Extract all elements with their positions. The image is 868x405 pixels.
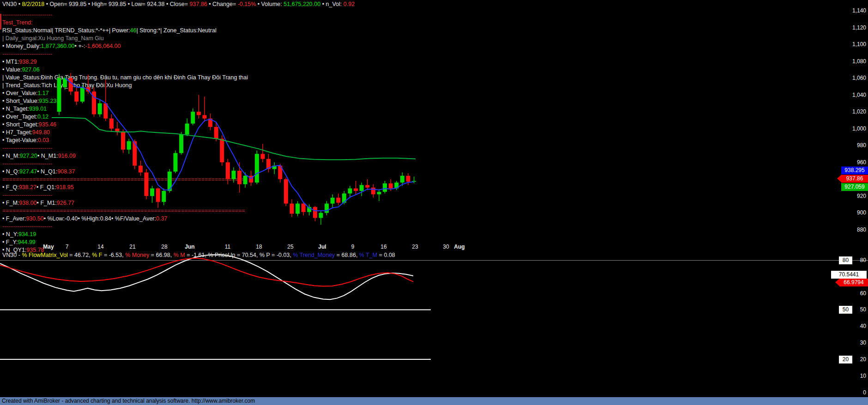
info-line: • Over_Taget:0.12	[2, 113, 248, 121]
info-segment: | Value_Status:Đinh Gia Tang Truong. Đâu…	[2, 74, 248, 81]
candle-body	[377, 192, 381, 194]
info-segment: • N_M1:	[37, 153, 58, 159]
x-axis-label: 11	[225, 244, 230, 250]
info-segment: 927.47	[19, 168, 37, 175]
info-segment: 0.12	[37, 113, 48, 120]
x-axis-label: May	[43, 244, 54, 250]
title-segment: 0.92	[344, 1, 355, 7]
price-tag: 80	[839, 256, 852, 264]
info-segment: | Strong:*| Zone_Status:Neutral	[136, 27, 216, 34]
info-line: --------------------------	[2, 50, 248, 58]
y-axis-label: 1,060	[834, 75, 866, 81]
info-line: ========================================…	[2, 207, 248, 215]
candle-body	[261, 154, 265, 159]
title-segment: • Volume:	[256, 1, 283, 7]
candle-body	[394, 183, 398, 189]
info-segment: 949.80	[32, 129, 50, 136]
info-line: | Trend_Status:Tich Luy _ Cho Thay Đôi X…	[2, 82, 248, 89]
info-segment: 916.09	[58, 153, 76, 159]
title-segment: -0.15%	[238, 1, 256, 7]
info-segment: RSI_Status:Normal| TREND_Status:*-*++| P…	[2, 27, 130, 34]
info-segment: | Daily_singal:Xu Huong Tang_Nam Giu	[2, 35, 104, 42]
x-axis-label: 25	[287, 244, 293, 250]
info-line: | Value_Status:Đinh Gia Tang Truong. Đâu…	[2, 74, 248, 82]
candle-body	[336, 198, 340, 203]
y-axis-label: 880	[834, 226, 866, 233]
info-segment: 918.95	[56, 184, 73, 191]
panel2-title-segment: = 46.72,	[68, 252, 92, 258]
title-segment: •	[18, 1, 22, 7]
info-segment: 935.46	[39, 121, 56, 128]
info-segment: 930.50	[26, 215, 43, 222]
info-segment: 927.20	[20, 153, 37, 159]
left-edge-marker	[0, 14, 1, 30]
info-segment: • Over_Taget:	[2, 113, 37, 120]
title-segment: • n_Vol:	[320, 1, 344, 7]
info-segment: • F_Y:	[2, 239, 18, 245]
info-line: Test_Trend:	[2, 19, 248, 27]
x-axis-label: 7	[66, 244, 69, 250]
info-segment: • H7_Taget:	[2, 129, 32, 136]
info-segment: • Taget-Value:	[2, 137, 38, 143]
y-axis-label: 1,000	[834, 125, 866, 132]
title-segment: •	[44, 1, 49, 7]
info-segment: 944.99	[18, 239, 36, 245]
info-segment: --------------------------	[2, 51, 52, 57]
title-segment: Open= 939.85 • High= 939.85 • Low= 924.3…	[50, 1, 190, 7]
info-segment: • Money_Daily:	[2, 43, 41, 49]
info-segment: --------------------------	[2, 145, 52, 151]
info-segment: 938.29	[19, 59, 36, 65]
info-segment: -1,606,064.00	[85, 43, 121, 49]
info-line: --------------------------	[2, 144, 248, 152]
info-segment: • F_Q1:	[36, 184, 56, 191]
title-segment: 937.86	[190, 1, 207, 7]
x-axis-label: 18	[256, 244, 262, 250]
candle-body	[295, 203, 300, 214]
info-line: • F_M:938.00• F_M1:926.77	[2, 199, 248, 207]
panel2-title-segment: = -1.61,	[185, 252, 208, 258]
info-segment: 935.23	[39, 98, 56, 104]
x-axis-label: 16	[380, 244, 386, 250]
panel2-y-label: 40	[834, 323, 866, 329]
y-axis-label: 1,100	[834, 41, 866, 48]
info-line: --------------------------	[2, 223, 248, 231]
candle-body	[290, 203, 294, 214]
candle-body	[249, 176, 253, 183]
info-line: • F_Y:944.99	[2, 238, 248, 246]
candle-body	[400, 176, 404, 183]
price-tag: 50	[839, 306, 852, 314]
status-bar: Created with AmiBroker - advanced charti…	[0, 397, 868, 405]
price-tag: 927.059	[841, 183, 868, 191]
info-segment: • F_M:	[2, 200, 19, 206]
info-segment: • MT1:	[2, 59, 19, 65]
panel2-title-segment: % FlowMatrix_Vol	[22, 252, 67, 258]
info-line: • N_M:927.20• N_M1:916.09	[2, 152, 248, 160]
title-segment: 51,675,220.00	[283, 1, 320, 7]
flowmatrix-title-line: VN30 - % FlowMatrix_Vol = 46.72, % F = -…	[2, 252, 395, 258]
candle-body	[406, 176, 410, 182]
panel2-title-segment: % PriceUp = 70.54, % P = -0.03,	[208, 252, 293, 258]
candle-body	[348, 188, 352, 193]
x-axis-label: 9	[351, 244, 355, 250]
panel2-title-segment: % T_M	[359, 252, 377, 258]
info-segment: 0.03	[38, 137, 49, 143]
candle-body	[412, 181, 416, 182]
info-line: • H7_Taget:949.80	[2, 129, 248, 137]
y-axis-label: 980	[834, 142, 866, 149]
candle-body	[342, 193, 346, 202]
info-segment: 926.77	[57, 200, 74, 206]
x-axis-label: Jul	[318, 244, 326, 250]
price-tag: 20	[839, 356, 852, 363]
info-line: • N_Y:934.19	[2, 231, 248, 238]
info-segment: • F_Q:	[2, 184, 19, 191]
candle-body	[307, 207, 311, 212]
info-segment: --------------------------	[2, 161, 52, 167]
candle-body	[313, 207, 317, 218]
price-tag-arrow	[835, 279, 839, 286]
x-axis-label: 23	[412, 244, 418, 250]
price-tag: 938.295	[841, 167, 868, 174]
info-segment: 1.17	[37, 90, 48, 96]
info-line: • Money_Daily:1,877,360.00• +-:-1,606,06…	[2, 42, 248, 50]
y-axis-label: 920	[834, 193, 866, 199]
info-segment: • Short_Taget:	[2, 121, 39, 128]
